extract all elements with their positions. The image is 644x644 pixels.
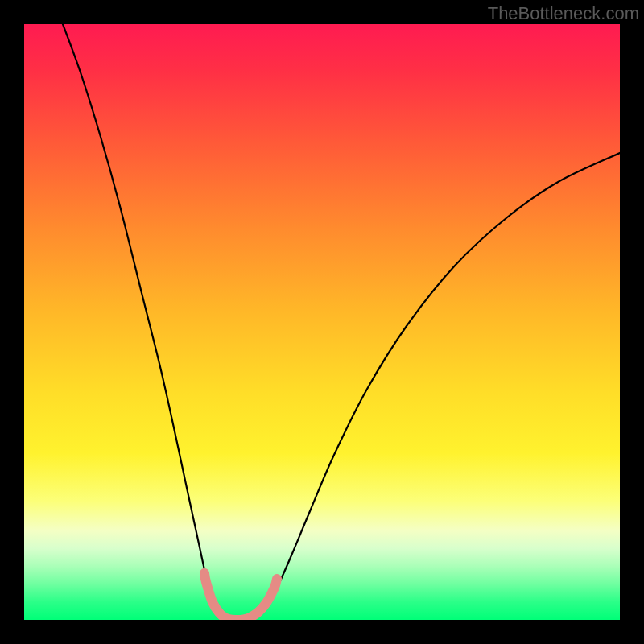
watermark-text: TheBottleneck.com <box>488 3 639 24</box>
bottleneck-curve <box>63 24 620 620</box>
curve-layer <box>24 24 620 620</box>
plot-area <box>24 24 620 620</box>
minimum-band-highlight <box>204 573 277 620</box>
chart-canvas: TheBottleneck.com <box>0 0 644 644</box>
